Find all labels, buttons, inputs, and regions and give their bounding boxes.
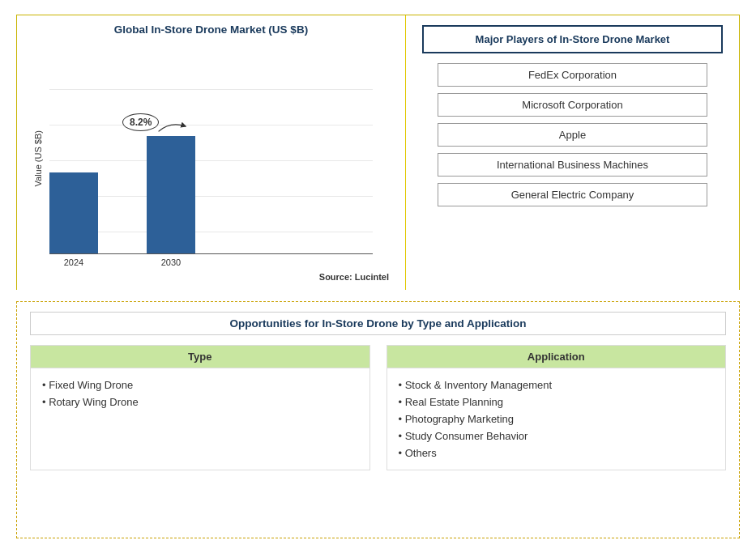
bar-group-2030 (147, 136, 195, 253)
application-column: Application Stock & Inventory Management… (387, 345, 727, 470)
app-item-realestate: Real Estate Planning (399, 393, 715, 410)
top-section: Global In-Store Drone Market (US $B) Val… (16, 15, 740, 290)
chart-area: Global In-Store Drone Market (US $B) Val… (17, 15, 406, 290)
type-item-fixed: Fixed Wing Drone (42, 376, 358, 393)
main-container: Global In-Store Drone Market (US $B) Val… (0, 0, 756, 553)
x-label-2030: 2030 (147, 257, 195, 267)
player-ibm: International Business Machines (438, 153, 708, 177)
opportunities-title: Opportunities for In-Store Drone by Type… (30, 312, 726, 335)
annotation-arrow-icon (157, 120, 190, 136)
bar-2030 (147, 136, 195, 253)
players-area: Major Players of In-Store Drone Market F… (406, 15, 739, 290)
player-microsoft: Microsoft Corporation (438, 93, 708, 117)
chart-title: Global In-Store Drone Market (US $B) (114, 23, 308, 36)
player-apple: Apple (438, 123, 708, 147)
chart-wrapper: Value (US $B) 8.2% (25, 42, 397, 267)
application-items: Stock & Inventory Management Real Estate… (387, 368, 726, 470)
y-axis-label: Value (US $B) (33, 130, 43, 187)
players-title: Major Players of In-Store Drone Market (422, 25, 723, 53)
app-item-consumer: Study Consumer Behavior (399, 428, 715, 445)
bars-area: 8.2% (49, 89, 373, 253)
type-column: Type Fixed Wing Drone Rotary Wing Drone (30, 345, 370, 470)
bottom-content: Type Fixed Wing Drone Rotary Wing Drone … (30, 345, 726, 470)
player-ge: General Electric Company (438, 183, 708, 206)
chart-inner: 8.2% (49, 89, 373, 267)
app-item-others: Others (399, 445, 715, 462)
annotation-bubble: 8.2% (122, 113, 159, 131)
bottom-section: Opportunities for In-Store Drone by Type… (16, 301, 740, 538)
source-text: Source: Lucintel (25, 272, 397, 282)
player-fedex: FedEx Corporation (438, 63, 708, 87)
app-item-photography: Photography Marketing (399, 410, 715, 428)
bar-group-2024 (49, 172, 98, 253)
type-header: Type (31, 346, 369, 368)
x-labels: 2024 2030 (49, 254, 373, 267)
x-label-2024: 2024 (49, 257, 98, 267)
bar-2024 (49, 172, 98, 253)
application-header: Application (387, 346, 726, 368)
type-item-rotary: Rotary Wing Drone (42, 393, 358, 410)
type-items: Fixed Wing Drone Rotary Wing Drone (31, 368, 369, 419)
app-item-inventory: Stock & Inventory Management (399, 376, 715, 393)
annotation-group: 8.2% (122, 113, 159, 131)
